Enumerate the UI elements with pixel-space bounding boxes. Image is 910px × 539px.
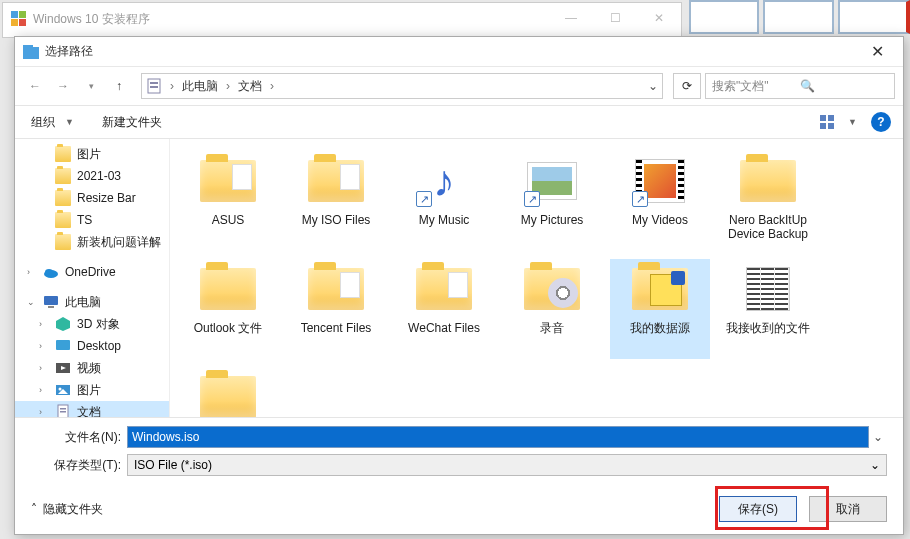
background-windows [685,0,910,36]
svg-rect-7 [150,82,158,84]
file-item[interactable]: Nero BackItUp Device Backup [718,151,818,251]
filename-dropdown-icon[interactable]: ⌄ [869,430,887,444]
picture-icon: ↗ [520,153,584,209]
file-item[interactable]: WeChat Files [394,259,494,359]
filename-input[interactable]: Windows.iso [127,426,869,448]
tree-item-desktop[interactable]: ›Desktop [15,335,169,357]
folder-icon [55,168,71,184]
folder-icon [196,369,260,417]
save-dialog: 选择路径 ✕ ← → ▾ ↑ › 此电脑 › 文档 › ⌄ ⟳ 搜索"文档" 🔍… [14,36,904,535]
filetype-combo[interactable]: ISO File (*.iso)⌄ [127,454,887,476]
maximize-icon[interactable]: ☐ [593,3,637,33]
dialog-close-button[interactable]: ✕ [859,38,895,66]
shortcut-badge-icon: ↗ [632,191,648,207]
app-icon [11,11,27,27]
view-options-button[interactable] [814,111,842,133]
folder-icon [55,234,71,250]
file-item[interactable]: Outlook 文件 [178,259,278,359]
music-icon: ♪↗ [412,153,476,209]
new-folder-button[interactable]: 新建文件夹 [98,114,166,131]
svg-rect-16 [48,306,54,308]
breadcrumb-current[interactable]: 文档 [238,78,262,95]
tree-item-reinstall[interactable]: 新装机问题详解 [15,231,169,253]
search-input[interactable]: 搜索"文档" 🔍 [705,73,895,99]
file-item[interactable]: ASUS [178,151,278,251]
tree-item-resize-bar[interactable]: Resize Bar [15,187,169,209]
desktop-icon [55,338,71,354]
chevron-down-icon[interactable]: ▼ [65,117,74,127]
nav-tree[interactable]: 图片 2021-03 Resize Bar TS 新装机问题详解 ›OneDri… [15,139,170,417]
parent-window-titlebar: Windows 10 安装程序 — ☐ ✕ [2,2,682,38]
chevron-down-icon: ⌄ [870,458,880,472]
breadcrumb-separator: › [268,79,276,93]
chevron-down-icon[interactable]: ▼ [848,117,857,127]
file-item[interactable]: 自定义 Office 模板 [178,367,278,417]
tree-item-ts[interactable]: TS [15,209,169,231]
file-item[interactable]: Tencent Files [286,259,386,359]
nav-forward-button[interactable]: → [51,74,75,98]
file-item[interactable]: ↗My Pictures [502,151,602,251]
svg-rect-26 [60,411,66,413]
folder-docs-icon [304,153,368,209]
file-item-label: 录音 [540,321,564,335]
svg-rect-12 [828,123,834,129]
refresh-button[interactable]: ⟳ [673,73,701,99]
file-item[interactable]: 我接收到的文件 [718,259,818,359]
folder-icon [55,146,71,162]
cancel-button[interactable]: 取消 [809,496,887,522]
nav-recent-dropdown[interactable]: ▾ [79,74,103,98]
shortcut-badge-icon: ↗ [416,191,432,207]
receipt-icon [736,261,800,317]
address-dropdown-icon[interactable]: ⌄ [648,79,658,93]
tree-item-3d-objects[interactable]: ›3D 对象 [15,313,169,335]
filetype-label: 保存类型(T): [31,457,127,474]
filename-fields: 文件名(N): Windows.iso ⌄ 保存类型(T): ISO File … [15,417,903,488]
organize-button[interactable]: 组织 [27,114,59,131]
video-icon: ↗ [628,153,692,209]
file-item[interactable]: 录音 [502,259,602,359]
onedrive-icon [43,264,59,280]
tree-item-onedrive[interactable]: ›OneDrive [15,261,169,283]
file-item-label: My Pictures [521,213,584,227]
nav-back-button[interactable]: ← [23,74,47,98]
save-button[interactable]: 保存(S) [719,496,797,522]
close-icon[interactable]: ✕ [637,3,681,33]
breadcrumb-separator: › [168,79,176,93]
tree-item-pictures[interactable]: 图片 [15,143,169,165]
file-item-label: My Videos [632,213,688,227]
svg-rect-2 [11,19,18,26]
chevron-up-icon: ˄ [31,502,37,516]
file-item[interactable]: My ISO Files [286,151,386,251]
tree-item-documents[interactable]: ›文档 [15,401,169,417]
file-item-label: WeChat Files [408,321,480,335]
file-item[interactable]: 我的数据源 [610,259,710,359]
tree-item-date-folder[interactable]: 2021-03 [15,165,169,187]
address-bar[interactable]: › 此电脑 › 文档 › ⌄ [141,73,663,99]
dialog-title: 选择路径 [45,43,859,60]
folder-icon [55,190,71,206]
svg-point-22 [59,388,62,391]
file-item[interactable]: ♪↗My Music [394,151,494,251]
help-button[interactable]: ? [871,112,891,132]
tree-item-videos[interactable]: ›视频 [15,357,169,379]
folder-icon [55,212,71,228]
dialog-icon [23,44,39,60]
file-item[interactable]: ↗My Videos [610,151,710,251]
svg-rect-1 [19,11,26,18]
file-item-label: Tencent Files [301,321,372,335]
folder-icon [736,153,800,209]
minimize-icon[interactable]: — [549,3,593,33]
tree-item-this-pc[interactable]: ⌄此电脑 [15,291,169,313]
svg-marker-17 [56,317,70,331]
dialog-titlebar: 选择路径 ✕ [15,37,903,67]
nav-up-button[interactable]: ↑ [107,74,131,98]
file-item-label: 我接收到的文件 [726,321,810,335]
tree-item-pictures2[interactable]: ›图片 [15,379,169,401]
svg-rect-11 [820,123,826,129]
svg-rect-3 [19,19,26,26]
hide-folders-toggle[interactable]: ˄ 隐藏文件夹 [31,501,103,518]
file-list[interactable]: ASUSMy ISO Files♪↗My Music↗My Pictures↗M… [170,139,903,417]
breadcrumb-root[interactable]: 此电脑 [182,78,218,95]
svg-rect-8 [150,86,158,88]
pc-icon [43,294,59,310]
